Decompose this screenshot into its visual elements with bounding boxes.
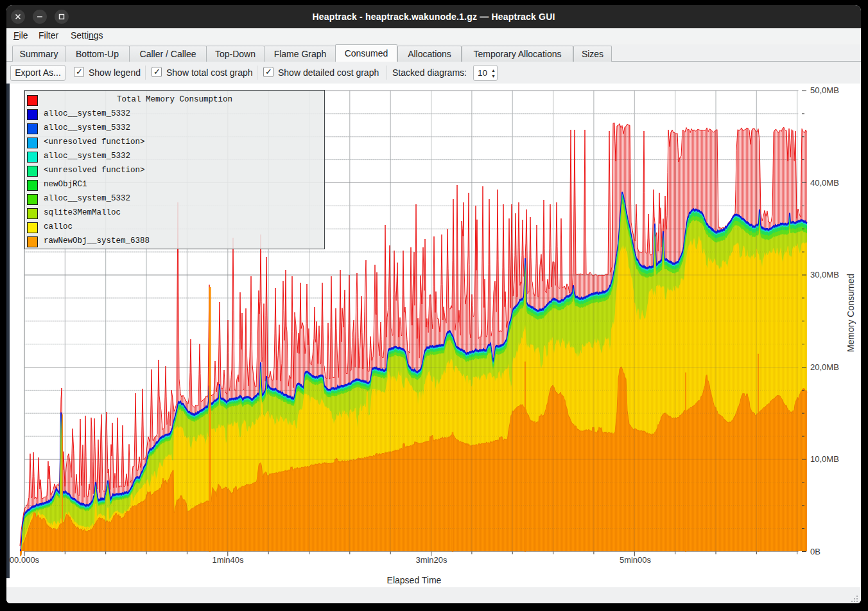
svg-text:Memory Consumed: Memory Consumed [846, 274, 856, 352]
svg-text:50,0MB: 50,0MB [810, 85, 839, 95]
svg-text:30,0MB: 30,0MB [810, 270, 839, 279]
svg-text:00.000s: 00.000s [10, 555, 40, 565]
svg-text:Elapsed Time: Elapsed Time [387, 575, 442, 585]
svg-text:0B: 0B [810, 547, 820, 556]
svg-text:10,0MB: 10,0MB [810, 454, 839, 464]
svg-text:40,0MB: 40,0MB [810, 178, 839, 188]
svg-text:20,0MB: 20,0MB [810, 362, 839, 372]
svg-text:5min00s: 5min00s [620, 555, 652, 565]
svg-text:3min20s: 3min20s [415, 555, 447, 565]
svg-text:1min40s: 1min40s [212, 555, 244, 565]
